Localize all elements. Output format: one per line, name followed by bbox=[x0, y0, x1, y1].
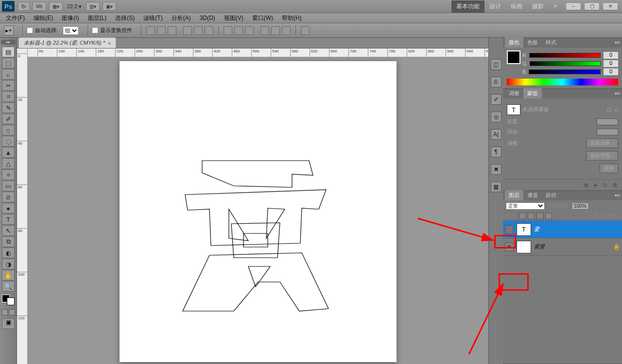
tab-paths[interactable]: 路径 bbox=[542, 190, 560, 200]
mask-edge-button[interactable]: 蒙版边缘... bbox=[586, 138, 618, 148]
move-tool[interactable]: ▤ bbox=[2, 47, 15, 57]
arrange-dropdown[interactable]: ▥▾ bbox=[86, 2, 100, 11]
tool-preset-panel-icon[interactable]: ✖ bbox=[491, 164, 501, 175]
red-value[interactable]: 0 bbox=[604, 52, 618, 59]
layer-thumbnail-icon[interactable] bbox=[517, 241, 531, 253]
spectrum-ramp[interactable] bbox=[507, 79, 618, 85]
workspace-tab-essentials[interactable]: 基本功能 bbox=[451, 0, 484, 13]
tab-channels[interactable]: 通道 bbox=[523, 190, 542, 200]
window-minimize[interactable]: – bbox=[566, 2, 581, 10]
menu-window[interactable]: 窗口(W) bbox=[252, 14, 273, 22]
menu-layer[interactable]: 图层(L) bbox=[88, 14, 107, 22]
workspace-tab-design[interactable]: 设计 bbox=[484, 0, 506, 13]
align-left-icon[interactable] bbox=[183, 26, 192, 35]
menu-select[interactable]: 选择(S) bbox=[115, 14, 135, 22]
tab-layers[interactable]: 图层 bbox=[505, 190, 523, 200]
menu-help[interactable]: 帮助(H) bbox=[282, 14, 302, 22]
fill-field[interactable]: 100% bbox=[606, 214, 619, 219]
screenmode-dropdown[interactable]: ▣▾ bbox=[103, 2, 116, 11]
3d-tool[interactable]: ◐ bbox=[2, 248, 15, 258]
bridge-button[interactable]: Br bbox=[18, 2, 30, 11]
opacity-field[interactable]: 100% bbox=[571, 202, 589, 210]
align-top-icon[interactable] bbox=[146, 26, 155, 35]
pixel-mask-icon[interactable]: ◻ bbox=[607, 107, 611, 113]
background-swatch[interactable] bbox=[7, 298, 15, 305]
distribute-hcenter-icon[interactable] bbox=[271, 26, 280, 35]
auto-align-icon[interactable] bbox=[301, 26, 310, 35]
dodge-tool[interactable]: ⎚ bbox=[2, 192, 15, 202]
menu-file[interactable]: 文件(F) bbox=[6, 14, 25, 22]
layer-thumbnail-icon[interactable]: T bbox=[517, 223, 531, 236]
quickmask-mode-icon[interactable] bbox=[9, 309, 15, 315]
3dcam-tool[interactable]: ◑ bbox=[2, 259, 15, 269]
invert-button[interactable]: 反相 bbox=[600, 164, 618, 173]
current-tool-icon[interactable]: ▸+ bbox=[4, 26, 14, 35]
workspace-more[interactable]: » bbox=[549, 0, 562, 13]
menu-filter[interactable]: 滤镜(T) bbox=[143, 14, 162, 22]
panel-menu-icon[interactable]: ▾≡ bbox=[615, 40, 620, 45]
auto-select-checkbox[interactable]: 自动选择: bbox=[27, 27, 58, 34]
zoom-level[interactable]: 22.2 ▾ bbox=[67, 3, 82, 10]
visibility-toggle[interactable]: 👁 bbox=[505, 243, 514, 251]
align-bottom-icon[interactable] bbox=[168, 26, 176, 35]
window-restore[interactable]: ▢ bbox=[584, 2, 600, 10]
menu-edit[interactable]: 编辑(E) bbox=[34, 14, 53, 22]
char-panel-icon[interactable]: A| bbox=[491, 129, 501, 140]
blend-mode-select[interactable]: 正常 bbox=[506, 202, 545, 210]
eraser-tool[interactable]: △ bbox=[2, 158, 15, 169]
disable-mask-icon[interactable]: ⊘ bbox=[603, 182, 607, 188]
heal-tool[interactable]: ✐ bbox=[2, 114, 15, 124]
clone-panel-icon[interactable]: ◎ bbox=[491, 112, 501, 122]
vertical-ruler[interactable]: 020406080100120 bbox=[17, 49, 28, 364]
window-close[interactable]: ✕ bbox=[603, 2, 618, 10]
menu-analysis[interactable]: 分析(A) bbox=[172, 14, 191, 22]
crop-tool[interactable]: ⌗ bbox=[2, 91, 15, 102]
layer-name[interactable]: 爱 bbox=[534, 226, 539, 233]
lock-position-icon[interactable] bbox=[536, 213, 543, 219]
panel-menu-icon[interactable]: ▾≡ bbox=[615, 193, 620, 198]
distribute-top-icon[interactable] bbox=[224, 26, 232, 35]
gradient-tool[interactable]: ✧ bbox=[2, 169, 15, 180]
tab-styles[interactable]: 样式 bbox=[542, 37, 560, 48]
density-field[interactable] bbox=[597, 118, 618, 125]
lock-transparency-icon[interactable] bbox=[519, 213, 526, 219]
type-tool[interactable]: T bbox=[2, 214, 15, 225]
auto-select-target[interactable]: 组 bbox=[63, 26, 79, 35]
close-icon[interactable]: × bbox=[108, 40, 111, 46]
canvas[interactable] bbox=[120, 61, 397, 362]
menu-image[interactable]: 图像(I) bbox=[62, 14, 79, 22]
layer-name[interactable]: 背景 bbox=[534, 243, 545, 250]
distribute-right-icon[interactable] bbox=[282, 26, 291, 35]
blue-value[interactable]: 0 bbox=[604, 68, 618, 75]
panel-menu-icon[interactable]: ▾≡ bbox=[615, 91, 620, 96]
history-panel-icon[interactable]: ◫ bbox=[491, 59, 501, 70]
layer-row[interactable]: 👁 T 爱 bbox=[503, 221, 622, 238]
green-value[interactable]: 0 bbox=[604, 60, 618, 67]
marquee-tool[interactable]: ⬚ bbox=[2, 58, 15, 68]
color-foreground-swatch[interactable] bbox=[507, 50, 520, 64]
green-slider[interactable] bbox=[530, 61, 601, 66]
feather-field[interactable] bbox=[597, 129, 618, 135]
workspace-tab-painting[interactable]: 绘画 bbox=[506, 0, 527, 13]
comp-panel-icon[interactable]: ▦ bbox=[491, 182, 501, 192]
distribute-left-icon[interactable] bbox=[260, 26, 269, 35]
red-slider[interactable] bbox=[529, 53, 601, 58]
align-right-icon[interactable] bbox=[205, 26, 213, 35]
horizontal-ruler[interactable]: 6010014018022026030034038042046050054058… bbox=[28, 49, 488, 57]
workspace-tab-photography[interactable]: 摄影 bbox=[527, 0, 549, 13]
history-brush-tool[interactable]: ▲ bbox=[2, 147, 15, 158]
tab-adjustments[interactable]: 调整 bbox=[505, 88, 523, 99]
hand-tool[interactable]: ✋ bbox=[2, 270, 15, 281]
color-range-button[interactable]: 颜色范围... bbox=[586, 151, 618, 161]
apply-mask-icon[interactable]: ◈ bbox=[593, 182, 598, 188]
actions-panel-icon[interactable]: ⎘ bbox=[491, 77, 501, 87]
delete-mask-icon[interactable]: 🗑 bbox=[612, 182, 618, 188]
distribute-bottom-icon[interactable] bbox=[245, 26, 254, 35]
load-mask-icon[interactable]: ◉ bbox=[584, 182, 588, 188]
menu-view[interactable]: 视图(V) bbox=[224, 14, 243, 22]
lasso-tool[interactable]: ⌕ bbox=[2, 69, 15, 80]
viewextras-dropdown[interactable]: ▦▾ bbox=[49, 2, 63, 11]
eyedropper-tool[interactable]: ✎ bbox=[2, 102, 15, 113]
distribute-vcenter-icon[interactable] bbox=[234, 26, 243, 35]
tab-masks[interactable]: 蒙版 bbox=[523, 88, 542, 99]
